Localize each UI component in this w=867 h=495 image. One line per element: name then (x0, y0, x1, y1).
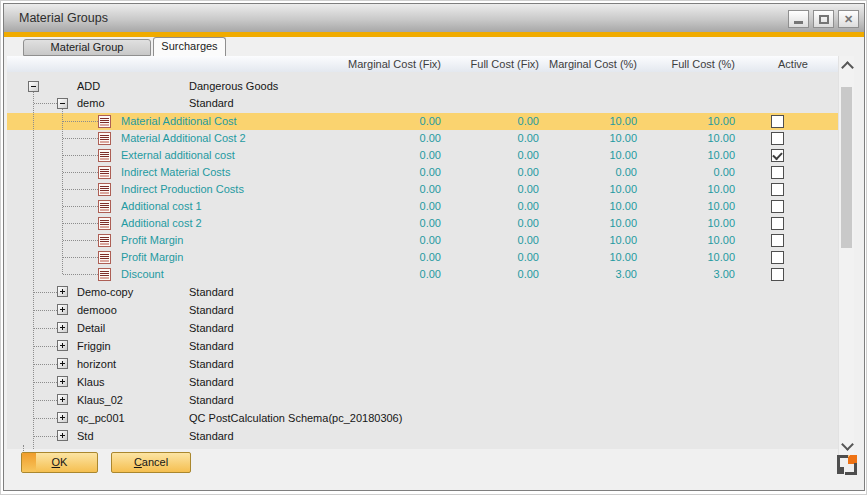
marginal-cost-pct-value[interactable]: 0.00 (537, 164, 637, 181)
close-button[interactable]: ✕ (838, 10, 859, 28)
scrollbar-thumb[interactable] (841, 87, 852, 248)
marginal-cost-fix-value[interactable]: 0.00 (341, 215, 441, 232)
marginal-cost-fix-value[interactable]: 0.00 (341, 164, 441, 181)
full-cost-fix-value[interactable]: 0.00 (439, 181, 539, 198)
tree-row-root[interactable]: ADDDangerous Goods (7, 78, 838, 95)
expander-icon[interactable] (57, 322, 68, 333)
marginal-cost-pct-value[interactable]: 10.00 (537, 181, 637, 198)
vertical-scrollbar[interactable] (838, 56, 854, 456)
marginal-cost-pct-value[interactable]: 10.00 (537, 113, 637, 130)
marginal-cost-fix-value[interactable]: 0.00 (341, 113, 441, 130)
active-checkbox[interactable] (771, 200, 784, 213)
ok-button[interactable]: OK (21, 452, 98, 473)
form-resize-icon[interactable] (837, 455, 857, 475)
full-cost-pct-value[interactable]: 10.00 (635, 198, 735, 215)
expander-icon[interactable] (57, 286, 68, 297)
tab-surcharges[interactable]: Surcharges (153, 37, 226, 56)
surcharge-name[interactable]: External additional cost (121, 147, 235, 164)
expander-icon[interactable] (57, 304, 68, 315)
expander-icon[interactable] (57, 358, 68, 369)
expander-icon[interactable] (57, 412, 68, 423)
marginal-cost-pct-value[interactable]: 10.00 (537, 198, 637, 215)
active-checkbox[interactable] (771, 132, 784, 145)
surcharge-row[interactable]: Discount0.000.003.003.00 (7, 266, 838, 283)
active-checkbox[interactable] (771, 183, 784, 196)
scroll-down-icon[interactable] (841, 438, 854, 451)
full-cost-fix-value[interactable]: 0.00 (439, 130, 539, 147)
full-cost-fix-value[interactable]: 0.00 (439, 113, 539, 130)
full-cost-fix-value[interactable]: 0.00 (439, 147, 539, 164)
full-cost-pct-value[interactable]: 10.00 (635, 181, 735, 198)
active-checkbox[interactable] (771, 251, 784, 264)
active-checkbox[interactable] (771, 217, 784, 230)
surcharge-row[interactable]: Profit Margin0.000.0010.0010.00 (7, 249, 838, 266)
marginal-cost-fix-value[interactable]: 0.00 (341, 232, 441, 249)
active-checkbox[interactable] (771, 234, 784, 247)
full-cost-pct-value[interactable]: 10.00 (635, 147, 735, 164)
tree-row-group[interactable]: demoStandard (7, 95, 838, 112)
expander-icon[interactable] (57, 340, 68, 351)
expander-icon[interactable] (57, 430, 68, 441)
tree-row-group[interactable]: Demo-copyStandard (7, 283, 838, 301)
expander-icon[interactable] (57, 98, 68, 109)
active-checkbox[interactable] (771, 268, 784, 281)
surcharge-row[interactable]: Profit Margin0.000.0010.0010.00 (7, 232, 838, 249)
full-cost-fix-value[interactable]: 0.00 (439, 249, 539, 266)
marginal-cost-fix-value[interactable]: 0.00 (341, 147, 441, 164)
surcharge-row[interactable]: Indirect Material Costs0.000.000.000.00 (7, 164, 838, 181)
surcharge-name[interactable]: Material Additional Cost (121, 113, 237, 130)
expander-icon[interactable] (28, 81, 39, 92)
marginal-cost-pct-value[interactable]: 10.00 (537, 130, 637, 147)
surcharge-row[interactable]: Material Additional Cost0.000.0010.0010.… (7, 113, 838, 130)
cancel-button[interactable]: Cancel (111, 452, 191, 473)
marginal-cost-pct-value[interactable]: 3.00 (537, 266, 637, 283)
marginal-cost-fix-value[interactable]: 0.00 (341, 130, 441, 147)
surcharge-name[interactable]: Indirect Material Costs (121, 164, 230, 181)
surcharge-name[interactable]: Material Additional Cost 2 (121, 130, 246, 147)
tree-row-group[interactable]: demoooStandard (7, 301, 838, 319)
surcharge-name[interactable]: Profit Margin (121, 232, 183, 249)
marginal-cost-pct-value[interactable]: 10.00 (537, 215, 637, 232)
full-cost-fix-value[interactable]: 0.00 (439, 198, 539, 215)
expander-icon[interactable] (57, 394, 68, 405)
full-cost-pct-value[interactable]: 10.00 (635, 232, 735, 249)
surcharge-name[interactable]: Additional cost 1 (121, 198, 202, 215)
tree-row-group[interactable]: horizontStandard (7, 355, 838, 373)
tree-row-group[interactable]: DetailStandard (7, 319, 838, 337)
surcharge-row[interactable]: Material Additional Cost 20.000.0010.001… (7, 130, 838, 147)
marginal-cost-fix-value[interactable]: 0.00 (341, 249, 441, 266)
marginal-cost-pct-value[interactable]: 10.00 (537, 147, 637, 164)
tree-row-group[interactable]: KlausStandard (7, 373, 838, 391)
maximize-button[interactable] (813, 10, 834, 28)
surcharge-name[interactable]: Profit Margin (121, 249, 183, 266)
tree-row-group[interactable]: StdStandard (7, 427, 838, 445)
minimize-button[interactable] (788, 10, 809, 28)
full-cost-fix-value[interactable]: 0.00 (439, 164, 539, 181)
full-cost-pct-value[interactable]: 0.00 (635, 164, 735, 181)
active-checkbox[interactable] (771, 149, 784, 162)
tree-row-group[interactable]: qc_pc001QC PostCalculation Schema(pc_201… (7, 409, 838, 427)
scroll-up-icon[interactable] (841, 61, 854, 74)
surcharge-row[interactable]: Additional cost 20.000.0010.0010.00 (7, 215, 838, 232)
full-cost-pct-value[interactable]: 10.00 (635, 215, 735, 232)
full-cost-pct-value[interactable]: 10.00 (635, 249, 735, 266)
active-checkbox[interactable] (771, 115, 784, 128)
full-cost-pct-value[interactable]: 3.00 (635, 266, 735, 283)
marginal-cost-fix-value[interactable]: 0.00 (341, 181, 441, 198)
surcharge-row[interactable]: Indirect Production Costs0.000.0010.0010… (7, 181, 838, 198)
surcharge-name[interactable]: Additional cost 2 (121, 215, 202, 232)
tree-row-group[interactable]: FrigginStandard (7, 337, 838, 355)
surcharge-row[interactable]: Additional cost 10.000.0010.0010.00 (7, 198, 838, 215)
surcharge-row[interactable]: External additional cost0.000.0010.0010.… (7, 147, 838, 164)
full-cost-pct-value[interactable]: 10.00 (635, 113, 735, 130)
surcharge-name[interactable]: Discount (121, 266, 164, 283)
full-cost-fix-value[interactable]: 0.00 (439, 266, 539, 283)
expander-icon[interactable] (57, 376, 68, 387)
full-cost-fix-value[interactable]: 0.00 (439, 215, 539, 232)
marginal-cost-fix-value[interactable]: 0.00 (341, 266, 441, 283)
tree-row-group[interactable]: Klaus_02Standard (7, 391, 838, 409)
marginal-cost-pct-value[interactable]: 10.00 (537, 232, 637, 249)
marginal-cost-fix-value[interactable]: 0.00 (341, 198, 441, 215)
marginal-cost-pct-value[interactable]: 10.00 (537, 249, 637, 266)
active-checkbox[interactable] (771, 166, 784, 179)
